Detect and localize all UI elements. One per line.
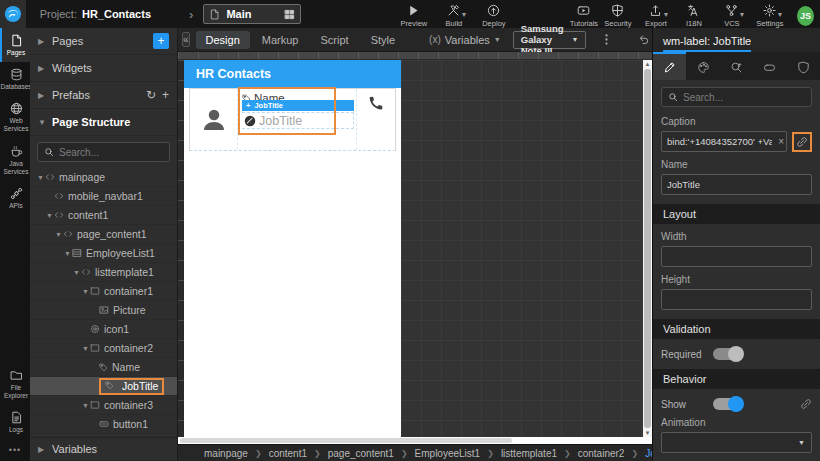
picture-widget[interactable] [190, 89, 238, 150]
section-variables[interactable]: ▶ Variables [30, 437, 177, 461]
app-title: HR Contacts [196, 67, 271, 81]
top-bar: Project: HR_Contacts › Main Preview▼ Bui… [0, 0, 820, 28]
tab-script[interactable]: Script [311, 31, 359, 49]
tree-node-listtemplate1[interactable]: ▼listtemplate1 [30, 263, 177, 282]
height-input[interactable] [661, 289, 812, 310]
breadcrumb-listtemplate1[interactable]: listtemplate1 [501, 448, 557, 459]
tree-node-button1[interactable]: button1 [30, 415, 177, 434]
device-select[interactable]: Samsung Galaxy Note III ▼ [513, 31, 587, 49]
security-button[interactable]: Security [601, 4, 635, 28]
width-input[interactable] [661, 246, 812, 267]
bind-property-button[interactable] [792, 132, 812, 152]
variables-dropdown[interactable]: (x) Variables ▼ [429, 34, 501, 46]
breadcrumb-page_content1[interactable]: page_content1 [328, 448, 394, 459]
properties-search-input[interactable] [683, 92, 805, 103]
vcs-button[interactable]: ▼ VCS [715, 4, 749, 28]
tree-node-mainpage[interactable]: ▼mainpage [30, 168, 177, 187]
add-page-button[interactable]: + [153, 33, 169, 49]
scrollbar-thumb[interactable] [180, 438, 512, 443]
refresh-icon[interactable]: ↻ [146, 88, 156, 102]
search-icon [44, 147, 54, 157]
selection-handle[interactable]: + JobTitle [242, 100, 354, 111]
avatar[interactable]: JS [797, 6, 814, 26]
tree-node-icon1[interactable]: icon1 [30, 320, 177, 339]
i18n-button[interactable]: I18N [677, 4, 711, 28]
tab-style[interactable]: Style [361, 31, 405, 49]
scroll-up-icon[interactable]: ▲ [645, 60, 651, 68]
tree-node-JobTitle[interactable]: JobTitle [30, 377, 177, 396]
scroll-down-icon[interactable]: ▼ [645, 429, 651, 437]
caption-input[interactable] [661, 131, 787, 152]
tree-node-Name[interactable]: Name [30, 358, 177, 377]
preview-button[interactable]: Preview [397, 4, 431, 28]
collapse-left-panel-button[interactable]: « [182, 32, 190, 47]
breadcrumb-EmployeeList1[interactable]: EmployeeList1 [415, 448, 481, 459]
section-prefabs[interactable]: ▶ Prefabs ↻ + [30, 82, 177, 109]
labels-container[interactable]: Name + JobTitle JobTitle [238, 89, 357, 150]
deploy-button[interactable]: Deploy [477, 4, 511, 28]
height-label: Height [661, 274, 812, 285]
rail-item-file-explorer[interactable]: File Explorer [0, 363, 30, 405]
structure-search-input[interactable] [59, 147, 163, 158]
kebab-menu-icon[interactable] [596, 33, 617, 46]
tree-node-page_content1[interactable]: ▼page_content1 [30, 225, 177, 244]
move-icon: + [246, 102, 250, 110]
wavemaker-logo[interactable] [0, 0, 26, 28]
tree-node-container2[interactable]: ▼container2 [30, 339, 177, 358]
page-structure-tree: ▼mainpage mobile_navbar1 ▼content1 ▼page… [30, 168, 177, 437]
required-toggle[interactable] [713, 348, 743, 360]
canvas-vertical-scrollbar[interactable]: ▲ ▼ [643, 60, 652, 437]
add-prefab-button[interactable]: + [162, 88, 169, 102]
section-page-structure[interactable]: ▼ Page Structure [30, 109, 177, 136]
properties-tab-inspect[interactable] [720, 52, 753, 80]
rail-item-pages[interactable]: Pages [0, 28, 30, 62]
main-page-button[interactable]: Main [203, 4, 301, 24]
animation-label: Animation [661, 417, 812, 428]
tree-node-Picture[interactable]: Picture [30, 301, 177, 320]
tab-markup[interactable]: Markup [252, 31, 309, 49]
section-pages[interactable]: ▶ Pages + [30, 28, 177, 55]
section-widgets[interactable]: ▶ Widgets [30, 55, 177, 82]
build-button[interactable]: ▼ Build [437, 4, 471, 28]
properties-tab-palette[interactable] [686, 52, 719, 80]
grid-icon[interactable] [284, 9, 295, 20]
chevron-right-icon[interactable]: › [189, 7, 193, 22]
tree-node-container3[interactable]: ▼container3 [30, 396, 177, 415]
show-toggle[interactable] [713, 398, 743, 410]
breadcrumb-mainpage[interactable]: mainpage [204, 448, 248, 459]
tab-design[interactable]: Design [196, 31, 250, 49]
breadcrumb-content1[interactable]: content1 [269, 448, 307, 459]
rail-item-logs[interactable]: Logs [0, 405, 30, 439]
rail-item-databases[interactable]: Databases [0, 62, 30, 96]
caret-down-icon: ▼ [81, 288, 90, 295]
folder-icon [10, 369, 23, 382]
properties-panel: wm-label: JobTitle Caption × [652, 28, 820, 461]
code-icon [63, 229, 73, 239]
animation-select[interactable]: ▼ [661, 432, 812, 453]
properties-tab-shield-outline[interactable] [787, 52, 820, 80]
link-icon[interactable] [800, 398, 812, 410]
breadcrumb-container2[interactable]: container2 [578, 448, 625, 459]
caret-down-icon: ▼ [798, 439, 805, 446]
rail-item-web-services[interactable]: Web Services [0, 96, 30, 138]
properties-tab-device[interactable] [753, 52, 786, 80]
settings-button[interactable]: ▼ Settings [753, 4, 787, 28]
employee-list-item[interactable]: Name + JobTitle JobTitle [189, 88, 396, 151]
name-input[interactable] [661, 174, 812, 195]
export-button[interactable]: ▼ Export [639, 4, 673, 28]
call-icon-widget[interactable] [357, 89, 395, 150]
jobtitle-widget[interactable]: JobTitle [242, 112, 354, 129]
tutorials-button[interactable]: Tutorials [567, 4, 601, 28]
clear-icon[interactable]: × [778, 136, 784, 147]
more-options-icon[interactable]: ••• [0, 439, 30, 461]
scrollbar-thumb[interactable] [644, 69, 651, 428]
chevron-right-icon: ❯ [314, 449, 321, 458]
rail-item-java-services[interactable]: Java Services [0, 139, 30, 181]
rail-item-apis[interactable]: APIs [0, 181, 30, 215]
canvas-horizontal-scrollbar[interactable] [178, 437, 652, 444]
tree-node-mobile_navbar1[interactable]: mobile_navbar1 [30, 187, 177, 206]
tree-node-EmployeeList1[interactable]: ▼EmployeeList1 [30, 244, 177, 263]
tree-node-content1[interactable]: ▼content1 [30, 206, 177, 225]
properties-tab-pencil[interactable] [653, 52, 686, 80]
tree-node-container1[interactable]: ▼container1 [30, 282, 177, 301]
